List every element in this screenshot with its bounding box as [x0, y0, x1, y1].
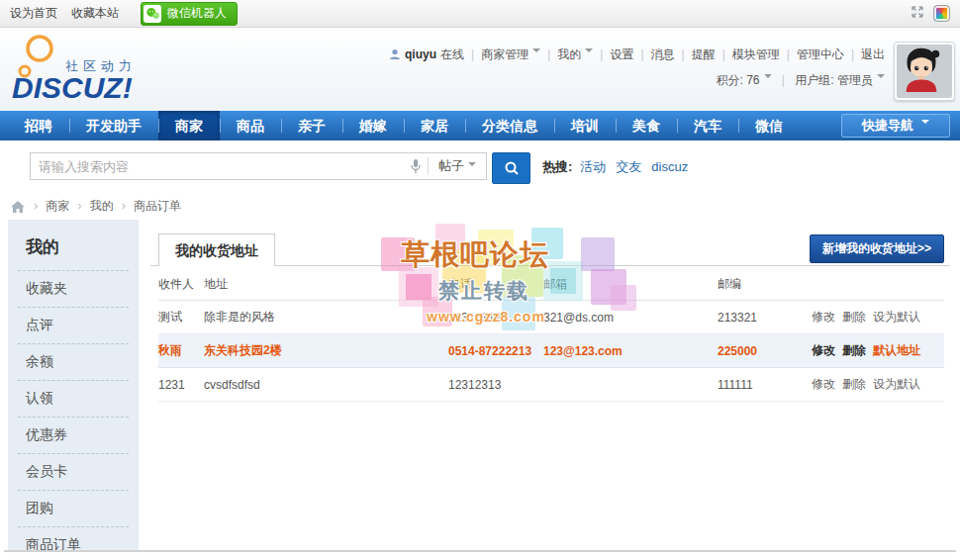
action-默认地址[interactable]: 默认地址 [873, 343, 920, 357]
voice-search-icon[interactable] [404, 158, 428, 174]
chevron-down-icon [532, 48, 540, 56]
home-icon[interactable] [10, 200, 26, 214]
sidebar-item-余额[interactable]: 余额 [18, 344, 129, 381]
search-input[interactable] [31, 159, 404, 174]
main-panel: 我的收货地址 新增我的收货地址>> 收件人地址电话邮箱邮编 测试除非是的风格12… [150, 220, 950, 550]
cell-phone: 0514-87222213 [448, 334, 543, 368]
user-link-设置[interactable]: 设置 [610, 47, 633, 61]
chevron-down-icon[interactable] [764, 74, 772, 82]
action-修改[interactable]: 修改 [812, 343, 835, 357]
separator: | [600, 47, 603, 61]
hot-link-交友[interactable]: 交友 [616, 159, 641, 174]
nav-item-招聘[interactable]: 招聘 [8, 111, 69, 140]
cell-recipient: 测试 [158, 301, 204, 334]
fullscreen-icon[interactable] [910, 4, 925, 23]
sidebar-title: 我的 [18, 220, 129, 271]
wechat-robot-button[interactable]: 微信机器人 [141, 2, 238, 26]
points-label: 积分: [716, 73, 742, 87]
theme-style-icon[interactable] [933, 5, 950, 22]
sidebar-item-会员卡[interactable]: 会员卡 [18, 454, 129, 491]
online-status: 在线 [440, 47, 464, 61]
nav-item-微信[interactable]: 微信 [738, 111, 800, 140]
action-删除[interactable]: 删除 [842, 310, 866, 324]
divider [4, 550, 956, 552]
sidebar-item-商品订单[interactable]: 商品订单 [18, 527, 129, 560]
breadcrumb-item-商品订单[interactable]: 商品订单 [134, 199, 181, 213]
separator: | [547, 47, 550, 61]
user-menu-商家管理[interactable]: 商家管理 [481, 47, 528, 61]
nav-item-美食[interactable]: 美食 [616, 111, 677, 140]
col-header-actions [812, 268, 944, 301]
separator: | [471, 47, 474, 61]
top-utility-bar: 设为首页 收藏本站 微信机器人 [0, 0, 960, 28]
sidebar-item-认领[interactable]: 认领 [18, 381, 129, 418]
breadcrumb-item-我的[interactable]: 我的 [90, 199, 114, 213]
separator: | [682, 47, 685, 61]
action-删除[interactable]: 删除 [842, 343, 866, 357]
nav-item-家居[interactable]: 家居 [404, 111, 465, 140]
hot-search-links: 活动交友discuz [580, 158, 698, 176]
hot-link-discuz[interactable]: discuz [651, 159, 688, 174]
user-menu-我的[interactable]: 我的 [557, 47, 581, 61]
usergroup-value: 管理员 [837, 73, 873, 87]
chevron-down-icon[interactable] [877, 74, 885, 82]
quick-nav-button[interactable]: 快捷导航 [841, 114, 950, 138]
col-header-邮箱: 邮箱 [543, 268, 718, 301]
nav-item-婚嫁[interactable]: 婚嫁 [342, 111, 404, 140]
action-修改[interactable]: 修改 [812, 310, 835, 324]
action-设为默认[interactable]: 设为默认 [873, 377, 920, 391]
table-row: 测试除非是的风格12312312321@ds.com213321修改删除设为默认 [158, 301, 944, 334]
nav-item-汽车[interactable]: 汽车 [677, 111, 738, 140]
usergroup-label: 用户组: [795, 73, 833, 87]
user-link-消息[interactable]: 消息 [651, 47, 675, 61]
nav-item-分类信息[interactable]: 分类信息 [465, 111, 554, 140]
cell-zip: 213321 [718, 301, 812, 334]
nav-list: 招聘开发助手商家商品亲子婚嫁家居分类信息培训美食汽车微信 [0, 111, 960, 140]
site-header: 社区动力 DISCUZ! qiuyu在线|商家管理|我的|设置|消息|提醒|模块… [0, 28, 960, 111]
nav-item-商品[interactable]: 商品 [220, 111, 281, 140]
user-link-模块管理[interactable]: 模块管理 [732, 47, 780, 61]
bookmark-site-link[interactable]: 收藏本站 [71, 5, 119, 22]
separator: | [851, 47, 854, 61]
nav-item-亲子[interactable]: 亲子 [281, 111, 342, 140]
action-删除[interactable]: 删除 [842, 377, 866, 391]
table-header-row: 收件人地址电话邮箱邮编 [158, 268, 944, 301]
nav-item-商家[interactable]: 商家 [158, 111, 220, 140]
user-link-管理中心[interactable]: 管理中心 [797, 47, 844, 61]
breadcrumb-item-商家[interactable]: 商家 [46, 199, 69, 213]
logo-brand: DISCUZ! [12, 71, 133, 105]
avatar[interactable] [894, 42, 955, 101]
sidebar-item-收藏夹[interactable]: 收藏夹 [18, 271, 129, 308]
user-link-退出[interactable]: 退出 [861, 47, 885, 61]
username-link[interactable]: qiuyu [405, 47, 436, 61]
nav-item-开发助手[interactable]: 开发助手 [69, 111, 158, 140]
points-value: 76 [746, 73, 759, 87]
sidebar-item-团购[interactable]: 团购 [18, 491, 129, 527]
breadcrumb-separator: › [122, 198, 126, 213]
hot-link-活动[interactable]: 活动 [580, 159, 606, 174]
chevron-down-icon [585, 48, 593, 56]
col-header-邮编: 邮编 [718, 268, 812, 301]
col-header-收件人: 收件人 [158, 268, 204, 301]
nav-item-培训[interactable]: 培训 [554, 111, 616, 140]
add-address-button[interactable]: 新增我的收货地址>> [810, 234, 944, 263]
search-button[interactable] [492, 152, 530, 184]
user-link-提醒[interactable]: 提醒 [692, 47, 716, 61]
user-stats-row: 积分: 76 | 用户组: 管理员 [389, 67, 885, 93]
site-logo[interactable]: 社区动力 DISCUZ! [10, 34, 188, 107]
sidebar: 我的 收藏夹点评余额认领优惠券会员卡团购商品订单 [8, 220, 139, 550]
set-homepage-link[interactable]: 设为首页 [10, 5, 57, 22]
main-nav: 招聘开发助手商家商品亲子婚嫁家居分类信息培训美食汽车微信 快捷导航 [0, 111, 960, 140]
action-设为默认[interactable]: 设为默认 [873, 310, 920, 324]
sidebar-item-点评[interactable]: 点评 [18, 308, 129, 344]
search-type-select[interactable]: 帖子 [429, 157, 486, 175]
user-links-row: qiuyu在线|商家管理|我的|设置|消息|提醒|模块管理|管理中心|退出 [389, 44, 885, 67]
table-row: 1231cvsdfsdfsd12312313111111修改删除设为默认 [158, 368, 944, 402]
search-type-value: 帖子 [438, 157, 464, 175]
separator: | [782, 73, 785, 87]
cell-address: 东关科技园2楼 [204, 334, 448, 368]
sidebar-item-优惠券[interactable]: 优惠券 [18, 418, 129, 454]
cell-email: 123@123.com [543, 334, 718, 368]
tab-my-shipping-address[interactable]: 我的收货地址 [158, 233, 275, 266]
action-修改[interactable]: 修改 [812, 377, 835, 391]
